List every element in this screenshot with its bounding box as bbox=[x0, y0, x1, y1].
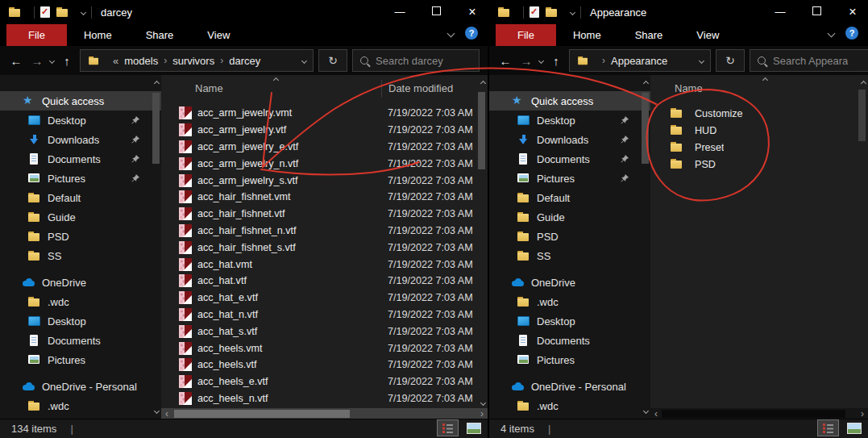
column-header-date-modified[interactable]: Date modified bbox=[381, 80, 453, 98]
list-vertical-scrollbar[interactable] bbox=[476, 75, 488, 408]
file-row[interactable]: acc_arm_jewelry_s.vtf 7/19/2022 7:03 AM bbox=[161, 172, 476, 189]
details-view-button[interactable] bbox=[437, 419, 459, 436]
file-row[interactable]: acc_hat.vtf 7/19/2022 7:03 AM bbox=[161, 273, 476, 290]
sidebar-item[interactable]: Downloads bbox=[489, 130, 650, 149]
file-row[interactable]: acc_hair_fishnet_s.vtf 7/19/2022 7:03 AM bbox=[161, 239, 476, 256]
folder-row[interactable]: Customize bbox=[650, 105, 857, 122]
tab-home[interactable]: Home bbox=[67, 24, 129, 46]
help-icon[interactable]: ? bbox=[465, 27, 478, 40]
file-row[interactable]: acc_hair_fishnet.vmt 7/19/2022 7:03 AM bbox=[161, 189, 476, 206]
file-row[interactable]: acc_arm_jewelry_n.vtf 7/19/2022 7:03 AM bbox=[161, 155, 476, 172]
qat-dropdown-icon[interactable] bbox=[81, 9, 86, 15]
scroll-down-icon[interactable] bbox=[480, 400, 486, 406]
sidebar-item[interactable]: Pictures bbox=[0, 169, 161, 188]
expand-ribbon-icon[interactable] bbox=[447, 29, 455, 37]
file-row[interactable]: acc_heels_n.vtf 7/19/2022 7:03 AM bbox=[161, 390, 476, 407]
scrollbar-thumb[interactable] bbox=[174, 410, 350, 418]
sidebar-item[interactable]: Documents bbox=[0, 331, 161, 350]
close-button[interactable]: × bbox=[847, 0, 858, 24]
scroll-up-icon[interactable] bbox=[643, 81, 649, 86]
sidebar-item[interactable]: OneDrive - Personal bbox=[0, 377, 161, 396]
crumb-overflow[interactable]: « bbox=[113, 55, 118, 67]
sidebar-item[interactable]: Downloads bbox=[0, 130, 161, 149]
sidebar-item[interactable]: Pictures bbox=[489, 169, 650, 188]
scrollbar-thumb[interactable] bbox=[478, 92, 485, 169]
sidebar-item[interactable]: Desktop bbox=[0, 311, 161, 331]
recent-locations-icon[interactable] bbox=[538, 57, 544, 63]
tab-view[interactable]: View bbox=[190, 24, 247, 46]
search-input[interactable] bbox=[374, 54, 471, 68]
scroll-up-icon[interactable] bbox=[480, 81, 486, 86]
file-row[interactable]: acc_heels_e.vtf 7/19/2022 7:03 AM bbox=[161, 373, 476, 390]
minimize-button[interactable]: — bbox=[394, 0, 405, 24]
file-row[interactable]: acc_hat_n.vtf 7/19/2022 7:03 AM bbox=[161, 307, 476, 323]
sidebar-item[interactable]: Default bbox=[489, 188, 650, 207]
thumbnail-view-button[interactable] bbox=[843, 419, 865, 436]
tab-file[interactable]: File bbox=[496, 24, 556, 46]
tab-home[interactable]: Home bbox=[556, 24, 618, 46]
folder-row[interactable]: HUD bbox=[650, 122, 857, 139]
tab-file[interactable]: File bbox=[6, 24, 67, 46]
folder-row[interactable]: PSD bbox=[650, 156, 857, 173]
details-view-button[interactable] bbox=[817, 419, 839, 436]
sidebar-item[interactable]: Guide bbox=[0, 207, 161, 227]
qat-dropdown-icon[interactable] bbox=[570, 9, 575, 15]
refresh-button[interactable]: ↻ bbox=[716, 49, 745, 72]
file-row[interactable]: acc_arm_jewelry.vtf 7/19/2022 7:03 AM bbox=[161, 122, 476, 139]
file-row[interactable]: acc_hair_fishnet_n.vtf 7/19/2022 7:03 AM bbox=[161, 223, 476, 240]
back-button[interactable]: ← bbox=[497, 54, 513, 68]
file-row[interactable]: acc_hat.vmt 7/19/2022 7:03 AM bbox=[161, 256, 476, 273]
up-button[interactable]: ↑ bbox=[548, 54, 564, 68]
file-row[interactable]: acc_arm_jewelry.vmt 7/19/2022 7:03 AM bbox=[161, 105, 476, 122]
tab-view[interactable]: View bbox=[679, 24, 736, 46]
address-dropdown-icon[interactable] bbox=[301, 57, 307, 63]
scrollbar-thumb[interactable] bbox=[662, 410, 845, 418]
file-row[interactable]: acc_heels.vtf 7/19/2022 7:03 AM bbox=[161, 357, 476, 373]
new-folder-qat-icon[interactable] bbox=[545, 6, 559, 19]
tab-share[interactable]: Share bbox=[129, 24, 191, 46]
sidebar-item[interactable]: Quick access bbox=[0, 91, 161, 111]
tab-share[interactable]: Share bbox=[618, 24, 680, 46]
sidebar-item[interactable]: Documents bbox=[489, 331, 650, 350]
scrollbar-thumb[interactable] bbox=[152, 93, 160, 164]
help-icon[interactable]: ? bbox=[845, 27, 858, 40]
scroll-up-icon[interactable] bbox=[154, 81, 160, 86]
scroll-up-icon[interactable] bbox=[861, 81, 866, 86]
recent-locations-icon[interactable] bbox=[49, 57, 55, 63]
close-button[interactable]: × bbox=[467, 0, 478, 24]
scroll-left-icon[interactable]: ‹ bbox=[650, 408, 662, 419]
scrollbar-thumb[interactable] bbox=[642, 93, 649, 164]
scroll-left-icon[interactable]: ‹ bbox=[161, 408, 172, 419]
sidebar-scrollbar[interactable] bbox=[151, 75, 161, 419]
scroll-down-icon[interactable] bbox=[154, 408, 160, 414]
expand-ribbon-icon[interactable] bbox=[828, 29, 836, 37]
up-button[interactable]: ↑ bbox=[59, 54, 75, 68]
sidebar-item[interactable]: .wdc bbox=[0, 292, 161, 311]
minimize-button[interactable]: — bbox=[775, 0, 786, 24]
forward-button[interactable]: → bbox=[29, 54, 45, 68]
sidebar-scrollbar[interactable] bbox=[640, 75, 650, 419]
breadcrumb[interactable]: › Appearance bbox=[569, 49, 711, 72]
forward-button[interactable]: → bbox=[518, 54, 534, 68]
column-header-name[interactable]: Name bbox=[161, 82, 381, 94]
file-row[interactable]: acc_arm_jewelry_e.vtf 7/19/2022 7:03 AM bbox=[161, 139, 476, 156]
back-button[interactable]: ← bbox=[8, 54, 24, 68]
column-header-name[interactable]: Name bbox=[650, 82, 703, 94]
sidebar-item[interactable]: .wdc bbox=[489, 396, 650, 415]
sidebar-item[interactable]: SS bbox=[0, 246, 161, 265]
maximize-button[interactable] bbox=[430, 0, 442, 24]
sidebar-item[interactable]: Documents bbox=[489, 149, 650, 169]
refresh-button[interactable]: ↻ bbox=[318, 49, 347, 72]
file-row[interactable]: acc_hair_fishnet.vtf 7/19/2022 7:03 AM bbox=[161, 206, 476, 223]
properties-qat-icon[interactable] bbox=[40, 6, 50, 18]
breadcrumb-survivors[interactable]: survivors bbox=[172, 55, 214, 67]
scroll-down-icon[interactable] bbox=[643, 408, 649, 414]
sidebar-item[interactable]: SS bbox=[489, 246, 650, 265]
maximize-button[interactable] bbox=[811, 0, 822, 24]
sidebar-item[interactable]: .wdc bbox=[0, 396, 161, 415]
list-vertical-scrollbar[interactable] bbox=[857, 75, 868, 408]
properties-qat-icon[interactable] bbox=[530, 6, 539, 18]
sidebar-item[interactable]: OneDrive - Personal bbox=[489, 377, 650, 396]
list-horizontal-scrollbar[interactable]: ‹ › bbox=[650, 408, 868, 419]
sidebar-item[interactable]: .wdc bbox=[489, 292, 650, 311]
